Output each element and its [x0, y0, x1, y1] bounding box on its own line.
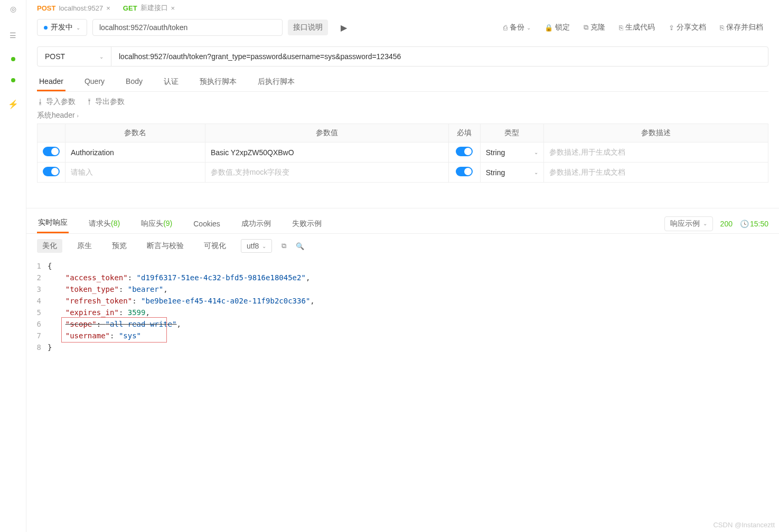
tool-preview[interactable]: 预览: [107, 239, 132, 253]
env-select[interactable]: 开发中 ⌄: [37, 19, 87, 36]
close-icon[interactable]: ×: [171, 4, 175, 12]
status-dot-2: [11, 78, 15, 82]
tab-2[interactable]: GET 新建接口 ×: [123, 3, 175, 13]
copy-icon[interactable]: ⧉: [281, 242, 286, 250]
full-url-input[interactable]: localhost:9527/oauth/token?grant_type=pa…: [111, 47, 768, 66]
gencode-button[interactable]: ⎘生成代码: [614, 20, 660, 35]
tool-assert[interactable]: 断言与校验: [142, 239, 189, 253]
required-toggle[interactable]: [456, 147, 473, 156]
tab-auth[interactable]: 认证: [162, 73, 181, 91]
resp-tab-respheaders[interactable]: 响应头(9): [140, 215, 173, 233]
resp-tab-live[interactable]: 实时响应: [37, 214, 69, 233]
encoding-select[interactable]: utf8⌄: [241, 239, 272, 253]
response-example-select[interactable]: 响应示例⌄: [664, 216, 713, 231]
resp-tab-success[interactable]: 成功示例: [240, 215, 272, 233]
chevron-right-icon: ›: [77, 113, 79, 119]
param-value-input[interactable]: Basic Y2xpZW50QXBwO: [205, 142, 448, 163]
desc-input[interactable]: 参数描述,用于生成文档: [543, 163, 768, 183]
left-sidebar: ◎ ☰ ⚡: [0, 0, 26, 532]
type-select[interactable]: String⌄: [486, 168, 538, 177]
tab-query[interactable]: Query: [82, 73, 107, 91]
highlight-box: [61, 317, 167, 343]
run-button[interactable]: ▶: [333, 20, 354, 36]
tab-prescript[interactable]: 预执行脚本: [198, 73, 239, 91]
resp-tab-reqheaders[interactable]: 请求头(8): [88, 215, 121, 233]
lock-button[interactable]: 🔒锁定: [539, 20, 575, 35]
backup-button[interactable]: ⎙备份⌄: [498, 20, 536, 35]
save-button[interactable]: ⎘保存并归档: [715, 20, 768, 35]
tool-raw[interactable]: 原生: [72, 239, 97, 253]
watermark: CSDN @Instanceztt: [713, 521, 775, 529]
export-params[interactable]: ⭱ 导出参数: [86, 97, 125, 107]
type-select[interactable]: String⌄: [486, 148, 538, 157]
response-time: 🕓15:50: [740, 220, 768, 228]
tab-header[interactable]: Header: [37, 73, 65, 91]
target-icon[interactable]: ◎: [8, 4, 18, 14]
resp-tab-cookies[interactable]: Cookies: [192, 215, 221, 232]
chevron-down-icon: ⌄: [76, 25, 80, 31]
desc-input[interactable]: 参数描述,用于生成文档: [543, 142, 768, 163]
tool-visual[interactable]: 可视化: [199, 239, 231, 253]
response-body: 12345678 { "access_token": "d19f6317-51e…: [26, 258, 779, 364]
row-toggle[interactable]: [43, 167, 60, 176]
params-table: 参数名 参数值 必填 类型 参数描述 Authorization Basic Y…: [37, 124, 768, 183]
close-icon[interactable]: ×: [106, 4, 110, 12]
clock-icon: 🕓: [740, 220, 749, 228]
param-value-input[interactable]: 参数值,支持mock字段变: [205, 163, 448, 183]
system-header-toggle[interactable]: 系统header ›: [37, 111, 768, 120]
tab-1[interactable]: POST localhost:9527 ×: [37, 3, 110, 13]
row-toggle[interactable]: [43, 147, 60, 156]
import-params[interactable]: ⭳ 导入参数: [37, 97, 76, 107]
tool-pretty[interactable]: 美化: [37, 239, 62, 253]
tab-postscript[interactable]: 后执行脚本: [256, 73, 297, 91]
list-icon[interactable]: ☰: [8, 31, 18, 40]
required-toggle[interactable]: [456, 167, 473, 176]
resp-tab-fail[interactable]: 失败示例: [291, 215, 323, 233]
bolt-icon[interactable]: ⚡: [8, 99, 18, 109]
table-row: 请输入 参数值,支持mock字段变 String⌄ 参数描述,用于生成文档: [37, 163, 768, 183]
clone-button[interactable]: ⧉克隆: [578, 20, 611, 35]
status-dot-1: [11, 57, 15, 61]
status-code: 200: [720, 220, 733, 228]
chevron-down-icon: ⌄: [99, 54, 104, 60]
desc-button[interactable]: 接口说明: [288, 20, 328, 35]
tab-body[interactable]: Body: [124, 73, 145, 91]
share-button[interactable]: ⇪分享文档: [663, 20, 711, 35]
param-name-input[interactable]: 请输入: [65, 163, 205, 183]
method-select[interactable]: POST⌄: [37, 47, 111, 66]
param-name-input[interactable]: Authorization: [65, 142, 205, 163]
request-tabs: Header Query Body 认证 预执行脚本 后执行脚本: [37, 73, 768, 92]
editor-tabs: POST localhost:9527 × GET 新建接口 ×: [26, 0, 779, 13]
search-icon[interactable]: 🔍: [296, 242, 304, 250]
table-row: Authorization Basic Y2xpZW50QXBwO String…: [37, 142, 768, 163]
url-display[interactable]: localhost:9527/oauth/token: [92, 19, 283, 36]
